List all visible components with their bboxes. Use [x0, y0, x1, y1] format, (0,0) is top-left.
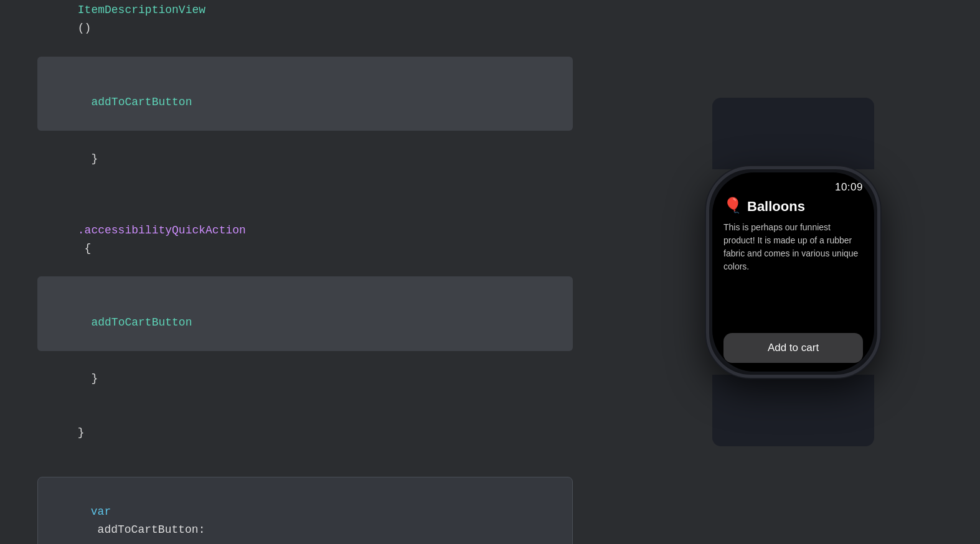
- token-itemdesc-parens: (): [78, 22, 92, 34]
- watch-container: 10:09 🎈 Balloons This is perhaps our fun…: [644, 148, 943, 396]
- token-indent4: [91, 298, 118, 311]
- watch-balloon-emoji: 🎈: [723, 199, 742, 214]
- watch-status-bar: 10:09: [723, 181, 863, 194]
- token-some2: some: [91, 542, 118, 544]
- watch-band-top: [712, 98, 874, 169]
- token-acc-modifier: .accessibilityQuickAction: [78, 224, 246, 237]
- watch-time: 10:09: [835, 181, 863, 194]
- code-addcart1: addToCartButton: [37, 58, 573, 129]
- watch-add-to-cart-button[interactable]: Add to cart: [723, 333, 863, 363]
- code-block-addcartbutton: var addToCartButton: some View { Button …: [37, 477, 573, 544]
- token-close1: }: [78, 152, 98, 165]
- token-var3: var: [91, 505, 111, 518]
- watch-screen: 10:09 🎈 Balloons This is perhaps our fun…: [712, 172, 874, 372]
- code-close-acc: }: [37, 352, 573, 406]
- watch-title: Balloons: [747, 199, 805, 215]
- token-close2: }: [78, 372, 98, 385]
- code-accessibility: .accessibilityQuickAction {: [37, 185, 573, 275]
- watch-band-bottom: [712, 375, 874, 446]
- token-indent3: [91, 78, 118, 91]
- watch-body: 10:09 🎈 Balloons This is perhaps our fun…: [706, 166, 880, 378]
- token-addcart2: addToCartButton: [91, 316, 192, 329]
- code-highlight-2: addToCartButton: [37, 276, 573, 350]
- code-highlight-1: addToCartButton: [37, 57, 573, 131]
- code-addcart2: addToCartButton: [37, 278, 573, 349]
- token-itemdesc: ItemDescriptionView: [78, 4, 205, 16]
- watch-description: This is perhaps our funniest product! It…: [723, 221, 863, 324]
- token-addcart1: addToCartButton: [91, 96, 192, 108]
- token-dot: [78, 206, 92, 218]
- watch-outer: 10:09 🎈 Balloons This is perhaps our fun…: [687, 148, 899, 396]
- code-close-vstack: }: [37, 132, 573, 185]
- token-acc-brace: {: [78, 242, 92, 255]
- code-var-addcart: var addToCartButton: some View {: [50, 485, 560, 544]
- watch-title-row: 🎈 Balloons: [723, 199, 863, 215]
- code-itemdesc: ItemDescriptionView (): [37, 0, 573, 55]
- token-addcartbtn-name: addToCartButton:: [91, 523, 212, 536]
- code-close-body1: }: [37, 406, 573, 459]
- code-panel: // Accessibility Quick Actions @State pr…: [37, 0, 598, 544]
- token-close3: }: [78, 426, 85, 439]
